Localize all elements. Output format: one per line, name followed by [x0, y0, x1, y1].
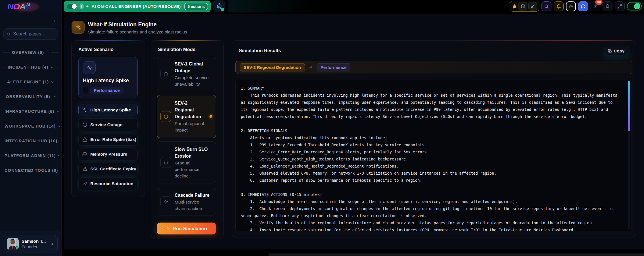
alert-triangle-icon: [82, 137, 87, 142]
message-icon: [581, 4, 586, 9]
user-name: Samson T...: [22, 239, 46, 244]
sidebar-section-observability[interactable]: OBSERVABILITY (5): [3, 94, 58, 100]
circle-icon: [164, 160, 168, 165]
alert-circle-icon: [82, 122, 87, 127]
status-toggle[interactable]: [627, 2, 642, 10]
copy-button[interactable]: Copy: [604, 47, 629, 55]
layers-button[interactable]: [518, 2, 527, 10]
notifications-button[interactable]: [554, 1, 564, 11]
chevron-down-icon: [60, 169, 63, 172]
trending-up-icon: [82, 181, 87, 186]
arrow-right-icon: [308, 65, 313, 70]
mode-cascade-failure[interactable]: Cascade Failure Multi-service chain reac…: [157, 188, 216, 215]
copy-icon: [608, 49, 612, 53]
page-icon: [72, 21, 85, 34]
key-button[interactable]: [528, 2, 537, 10]
section-label: OVERVIEW (6): [12, 50, 44, 55]
run-simulation-button[interactable]: Run Simulation: [157, 223, 216, 234]
results-scrollbar[interactable]: [628, 81, 630, 229]
page-header: What-If Simulation Engine Simulate failu…: [72, 21, 187, 35]
logo-text: NOA: [7, 2, 26, 11]
mode-title: Slow Burn SLO Erosion: [175, 146, 208, 160]
sun-icon: [568, 4, 573, 9]
layers-icon: [520, 4, 525, 9]
user-menu-caret: ▲: [51, 242, 54, 246]
sparkles-icon: [75, 24, 81, 30]
scenario-high-latency-spike[interactable]: High Latency Spike: [78, 104, 138, 116]
mode-slow-burn-slo-erosion[interactable]: Slow Burn SLO Erosion Gradual performanc…: [157, 141, 216, 183]
horizontal-scrollbar[interactable]: [268, 253, 644, 256]
chevron-down-icon: [51, 80, 54, 84]
section-label: PLATFORM ADMIN (11): [5, 153, 56, 158]
search-input[interactable]: [13, 31, 55, 37]
sidebar-section-platform-admin[interactable]: PLATFORM ADMIN (11): [3, 153, 58, 158]
search-icon: [544, 4, 549, 9]
sidebar-section-infrastructure[interactable]: INFRASTRUCTURE (6): [3, 109, 58, 114]
mode-title: SEV-1 Global Outage: [175, 61, 209, 74]
mode-sev2-regional-degradation[interactable]: SEV-2 Regional Degradation Partial regio…: [157, 95, 216, 138]
mode-description: Multi-service chain reaction: [175, 199, 210, 212]
active-scenario-panel: Active Scenario High Latency Spike Perfo…: [71, 40, 145, 197]
ai-oncall-banner[interactable]: ✦ AI ON-CALL ENGINEER (AUTO-RESOLVE) 5 a…: [64, 1, 211, 12]
sidebar-section-alert-engine[interactable]: ALERT ENGINE (1): [3, 79, 58, 85]
section-label: OBSERVABILITY (5): [6, 94, 50, 99]
oncall-toggle[interactable]: [67, 3, 78, 9]
runbook-text: 1. SUMMARY This runbook addresses incide…: [236, 80, 632, 231]
fullscreen-button[interactable]: [615, 1, 625, 11]
sidebar-section-overview[interactable]: OVERVIEW (6): [3, 50, 58, 55]
runbook-output[interactable]: 1. SUMMARY This runbook addresses incide…: [235, 80, 632, 231]
user-card[interactable]: Samson T... Founder ▲: [4, 235, 58, 253]
section-label: ALERT ENGINE (1): [7, 80, 49, 84]
scenario-error-rate-spike[interactable]: Error Rate Spike (5xx): [78, 133, 138, 146]
sidebar-section-integration-hub[interactable]: INTEGRATION HUB (10): [3, 138, 58, 144]
mode-sev1-global-outage[interactable]: SEV-1 Global Outage Complete service una…: [157, 57, 216, 91]
section-label: CONNECTED TOOLS (8): [5, 168, 58, 173]
star-icon: [512, 4, 517, 9]
mode-description: Complete service unavailability: [175, 74, 209, 87]
scenario-memory-pressure[interactable]: Memory Pressure: [78, 148, 138, 160]
section-label: INTEGRATION HUB (10): [5, 139, 57, 143]
app-logo[interactable]: NOA AI: [0, 0, 61, 13]
scrollbar-thumb[interactable]: [628, 81, 630, 131]
mode-title: Cascade Failure: [175, 192, 210, 199]
chevron-left-icon: [52, 18, 57, 23]
selected-scenario-name: High Latency Spike: [83, 78, 133, 84]
sidebar-section-incident-hub[interactable]: INCIDENT HUB (4): [3, 64, 58, 70]
logo-suffix: AI: [26, 2, 30, 7]
mode-description: Gradual performance decline: [175, 160, 208, 179]
search-box[interactable]: [3, 28, 58, 40]
scenario-resource-saturation[interactable]: Resource Saturation: [78, 177, 138, 190]
maximize-icon: [617, 4, 622, 9]
category-badge: Performance: [90, 87, 124, 94]
chat-button[interactable]: [578, 1, 588, 11]
chevron-down-icon: [50, 65, 54, 69]
sidebar-section-workspace-hub[interactable]: WORKSPACE HUB (14): [3, 123, 58, 129]
section-label: WORKSPACE HUB (14): [5, 124, 56, 128]
chevron-down-icon: [57, 154, 61, 158]
pulse-indicator: [81, 5, 82, 8]
search-icon: [7, 32, 11, 36]
sidebar-section-connected-tools[interactable]: CONNECTED TOOLS (8): [3, 168, 58, 173]
scenario-ssl-certificate-expiry[interactable]: SSL Certificate Expiry: [78, 163, 138, 175]
mode-description: Partial regional impact: [175, 120, 204, 133]
global-search-button[interactable]: [541, 1, 551, 11]
main-content: What-If Simulation Engine Simulate failu…: [64, 14, 644, 249]
favorite-button[interactable]: [603, 1, 612, 11]
ai-assistant-button[interactable]: [213, 0, 225, 12]
sidebar-collapse-button[interactable]: [52, 18, 57, 24]
downloads-button[interactable]: 49: [590, 1, 600, 11]
selected-indicator-dot: [210, 115, 212, 118]
severity-box: [83, 86, 88, 94]
theme-toggle-button[interactable]: [566, 1, 576, 11]
chevron-down-icon: [56, 110, 60, 113]
actions-count-button[interactable]: 5 actions: [184, 3, 208, 10]
panel-title: Active Scenario: [78, 47, 145, 52]
chevron-down-icon: [57, 124, 61, 128]
lock-icon: [82, 166, 87, 172]
online-status-dot: [15, 246, 18, 249]
star-outline-icon: [605, 4, 610, 9]
panel-title: Simulation Results: [239, 48, 281, 53]
user-panel: Samson T... Founder ▲: [0, 231, 61, 256]
simulation-mode-panel: Simulation Mode SEV-1 Global Outage Comp…: [151, 40, 224, 239]
scenario-service-outage[interactable]: Service Outage: [78, 119, 138, 131]
